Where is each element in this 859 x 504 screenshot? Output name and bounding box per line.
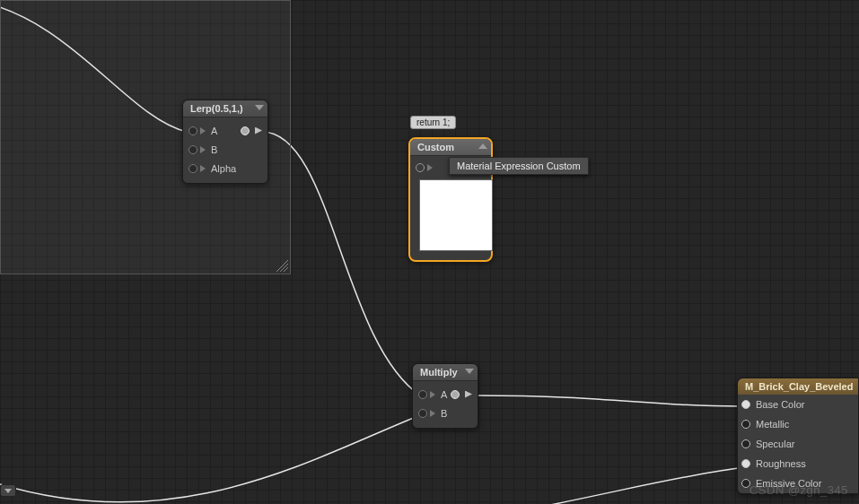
node-title-label: Custom bbox=[417, 142, 454, 152]
chevron-down-icon bbox=[4, 489, 12, 493]
node-multiply[interactable]: Multiply A B bbox=[412, 363, 478, 429]
tooltip: Material Expression Custom bbox=[449, 157, 589, 175]
input-pin-specular[interactable]: Specular bbox=[741, 439, 794, 449]
resize-handle-icon[interactable] bbox=[276, 259, 288, 272]
pin-label: A bbox=[441, 389, 447, 400]
collapse-icon[interactable] bbox=[255, 105, 264, 110]
node-title-label: Lerp(0.5,1,) bbox=[190, 103, 243, 114]
collapse-icon[interactable] bbox=[465, 369, 474, 374]
input-pin-basecolor[interactable]: Base Color bbox=[741, 399, 804, 410]
pin-label: Roughness bbox=[756, 458, 806, 469]
output-pin[interactable] bbox=[451, 390, 472, 399]
pin-label: Alpha bbox=[211, 163, 236, 174]
input-pin-b[interactable]: B bbox=[188, 144, 217, 155]
node-lerp[interactable]: Lerp(0.5,1,) A B bbox=[182, 100, 268, 184]
pin-label: B bbox=[211, 144, 217, 155]
node-comment-tag[interactable]: return 1; bbox=[410, 116, 456, 129]
input-pin-metallic[interactable]: Metallic bbox=[741, 419, 789, 430]
node-preview-swatch bbox=[419, 179, 493, 251]
node-title[interactable]: M_Brick_Clay_Beveled bbox=[738, 378, 858, 395]
tooltip-text: Material Expression Custom bbox=[457, 161, 581, 171]
node-body: A B Alpha bbox=[183, 117, 267, 183]
node-body: A B bbox=[413, 381, 478, 428]
node-material-output[interactable]: M_Brick_Clay_Beveled Base Color Metallic… bbox=[737, 378, 859, 494]
node-title-label: Multiply bbox=[420, 367, 458, 378]
pin-label: Specular bbox=[756, 439, 794, 449]
input-pin-b[interactable]: B bbox=[418, 408, 447, 419]
pin-label: B bbox=[441, 408, 447, 419]
pin-label: A bbox=[211, 126, 217, 136]
pin-label: Metallic bbox=[756, 419, 789, 430]
input-pin-a[interactable]: A bbox=[418, 389, 447, 400]
input-pin-alpha[interactable]: Alpha bbox=[188, 163, 236, 174]
pin-label: Base Color bbox=[756, 399, 804, 410]
node-title[interactable]: Lerp(0.5,1,) bbox=[183, 100, 267, 117]
node-title[interactable]: Custom bbox=[410, 139, 491, 156]
panel-toggle[interactable] bbox=[0, 484, 16, 497]
graph-canvas[interactable]: Lerp(0.5,1,) A B bbox=[0, 0, 859, 504]
input-pin-roughness[interactable]: Roughness bbox=[741, 458, 806, 469]
watermark: CSDN @zgn_345 bbox=[749, 483, 848, 497]
node-comment-text: return 1; bbox=[416, 117, 450, 127]
output-pin[interactable] bbox=[241, 126, 262, 135]
node-title[interactable]: Multiply bbox=[413, 364, 478, 381]
collapse-icon[interactable] bbox=[478, 143, 487, 149]
output-pin[interactable] bbox=[416, 163, 433, 172]
input-pin-a[interactable]: A bbox=[188, 126, 217, 136]
node-custom[interactable]: Custom bbox=[408, 137, 493, 262]
node-title-label: M_Brick_Clay_Beveled bbox=[745, 381, 853, 392]
